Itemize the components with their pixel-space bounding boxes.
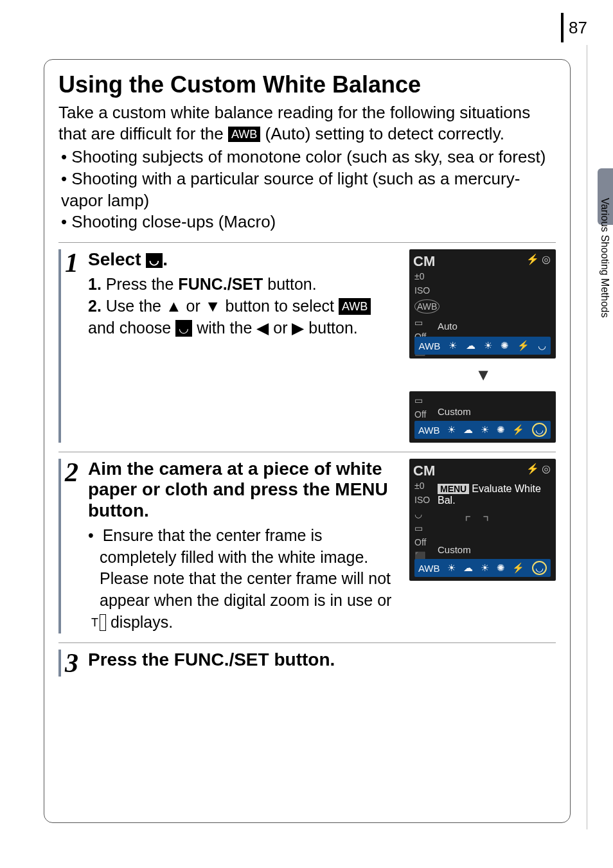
t: and choose bbox=[88, 319, 175, 337]
side-tab-label: Various Shooting Methods bbox=[599, 198, 610, 317]
step2-screenshot: CM ⚡ ◎ MENUEvaluate White Bal. ±0 ISO ◡ … bbox=[409, 459, 556, 581]
top-right-icons: ⚡ ◎ bbox=[526, 463, 551, 475]
wb-opt: ☁ bbox=[463, 562, 473, 574]
wb-opt: ☀ bbox=[449, 340, 457, 351]
custom-wb-icon: ◡ bbox=[146, 253, 163, 268]
step-number-col: 3 bbox=[58, 650, 88, 677]
li: Off bbox=[414, 537, 430, 547]
left-icon: ◀ bbox=[256, 317, 269, 339]
wb-opt: ☁ bbox=[463, 424, 473, 436]
wb-opt: ☀ bbox=[481, 562, 489, 574]
step-title-prefix: Select bbox=[88, 249, 146, 269]
li: AWB bbox=[414, 299, 440, 314]
t: with the bbox=[192, 319, 256, 337]
func-set-label: FUNC./SET bbox=[178, 275, 263, 293]
up-icon: ▲ bbox=[166, 296, 182, 317]
intro-bullets: Shooting subjects of monotone color (suc… bbox=[61, 146, 556, 233]
camera-screenshot-evaluate: CM ⚡ ◎ MENUEvaluate White Bal. ±0 ISO ◡ … bbox=[409, 459, 556, 581]
wb-opt: AWB bbox=[418, 425, 440, 436]
step-title: Press the FUNC./SET button. bbox=[88, 650, 556, 670]
step-note: • Ensure that the center frame is comple… bbox=[88, 525, 400, 633]
wb-opt: ✺ bbox=[501, 340, 509, 351]
top-right-icons: ⚡ ◎ bbox=[526, 253, 551, 265]
step-3: 3 Press the FUNC./SET button. bbox=[58, 643, 556, 686]
step-body: Aim the camera at a piece of white paper… bbox=[88, 459, 556, 633]
camera-screenshot-auto: CM ⚡ ◎ ±0 ISO AWB ▭ Off ⬛ Auto AWB bbox=[409, 249, 556, 359]
li: ▭ bbox=[414, 317, 440, 328]
wb-opt: ⚡ bbox=[512, 562, 524, 574]
step-number: 2 bbox=[65, 459, 88, 486]
wb-opt: AWB bbox=[419, 341, 441, 351]
substep-1: 1. Press the FUNC./SET button. bbox=[88, 274, 400, 296]
menu-prompt: MENUEvaluate White Bal. bbox=[438, 483, 556, 506]
bullet-item: Shooting with a particular source of lig… bbox=[61, 168, 556, 212]
step-title: Select ◡. bbox=[88, 249, 400, 270]
wb-opt: ⚡ bbox=[517, 340, 529, 351]
wb-opt: ☀ bbox=[484, 340, 492, 351]
wb-options-row: AWB ☀ ☁ ☀ ✺ ⚡ ◡ bbox=[414, 421, 551, 439]
wb-mode-label: Custom bbox=[438, 544, 471, 555]
intro-part2: (Auto) setting to detect correctly. bbox=[265, 124, 504, 143]
mode-icon: CM bbox=[413, 463, 435, 479]
li: ±0 bbox=[414, 271, 440, 281]
step-2: 2 Aim the camera at a piece of white pap… bbox=[58, 452, 556, 642]
step-body: Select ◡. 1. Press the FUNC./SET button.… bbox=[88, 249, 556, 443]
li: Off bbox=[414, 409, 426, 420]
step-title-suffix: . bbox=[163, 249, 168, 269]
wb-opt: ✺ bbox=[497, 424, 505, 436]
content-box: Using the Custom White Balance Take a cu… bbox=[44, 59, 571, 823]
wb-opt: ✺ bbox=[497, 562, 505, 574]
step1-screenshots: CM ⚡ ◎ ±0 ISO AWB ▭ Off ⬛ Auto AWB bbox=[409, 249, 556, 443]
step-accent bbox=[58, 249, 61, 443]
wb-opt: ☀ bbox=[447, 562, 456, 574]
camera-screenshot-custom: ▭ Off ⬛ Custom AWB ☀ ☁ ☀ ✺ ⚡ ◡ bbox=[409, 391, 556, 443]
custom-wb-icon: ◡ bbox=[175, 320, 192, 337]
wb-opt: ☀ bbox=[447, 424, 456, 436]
awb-icon: AWB bbox=[228, 127, 260, 143]
page-number-bar bbox=[561, 13, 564, 42]
wb-opt: AWB bbox=[418, 563, 440, 574]
step-accent bbox=[58, 650, 61, 677]
step2-row: Aim the camera at a piece of white paper… bbox=[88, 459, 556, 633]
step-text: Aim the camera at a piece of white paper… bbox=[88, 459, 400, 633]
func-set-label: FUNC./SET bbox=[174, 650, 269, 669]
substep-num: 1. bbox=[88, 275, 102, 293]
t: Press the bbox=[88, 650, 174, 669]
t: or bbox=[182, 297, 205, 315]
note-text-1: Ensure that the center frame is complete… bbox=[100, 526, 391, 609]
wb-mode-label: Custom bbox=[438, 406, 471, 417]
li: ▭ bbox=[414, 395, 426, 405]
wb-options-row: AWB ☀ ☁ ☀ ✺ ⚡ ◡ bbox=[414, 337, 551, 355]
t: button. bbox=[263, 275, 316, 293]
substep-2: 2. Use the ▲ or ▼ button to select AWB a… bbox=[88, 296, 400, 339]
step-number-col: 1 bbox=[58, 249, 88, 443]
wb-options-row: AWB ☀ ☁ ☀ ✺ ⚡ ◡ bbox=[414, 559, 551, 577]
wb-opt: ☁ bbox=[466, 340, 475, 351]
step-number: 1 bbox=[65, 249, 88, 276]
wb-mode-label: Auto bbox=[438, 321, 458, 332]
center-frame-icon: ⌜⌝ bbox=[465, 514, 501, 531]
li: ▭ bbox=[414, 523, 430, 533]
step-number: 3 bbox=[65, 650, 88, 677]
step-number-col: 2 bbox=[58, 459, 88, 633]
down-icon: ▼ bbox=[205, 296, 221, 317]
step-substeps: 1. Press the FUNC./SET button. 2. Use th… bbox=[88, 274, 400, 339]
section-title: Using the Custom White Balance bbox=[58, 71, 556, 98]
li: ISO bbox=[414, 495, 430, 505]
note-text-2: displays. bbox=[106, 613, 173, 631]
step-accent bbox=[58, 459, 61, 633]
wb-opt: ☀ bbox=[481, 424, 489, 436]
t: Use the bbox=[102, 297, 166, 315]
bullet-item: Shooting subjects of monotone color (suc… bbox=[61, 146, 556, 168]
menu-button-label: MENU bbox=[438, 484, 469, 494]
t: Press the bbox=[102, 275, 179, 293]
t: button to select bbox=[221, 297, 339, 315]
note-bullet: • Ensure that the center frame is comple… bbox=[100, 525, 400, 633]
right-icon: ▶ bbox=[292, 317, 304, 339]
wb-opt: ⚡ bbox=[512, 424, 524, 436]
step-text: Select ◡. 1. Press the FUNC./SET button.… bbox=[88, 249, 400, 339]
li: ±0 bbox=[414, 481, 430, 491]
mode-icon: CM bbox=[413, 253, 435, 270]
page-number: 87 bbox=[569, 18, 587, 38]
awb-icon: AWB bbox=[339, 298, 371, 315]
